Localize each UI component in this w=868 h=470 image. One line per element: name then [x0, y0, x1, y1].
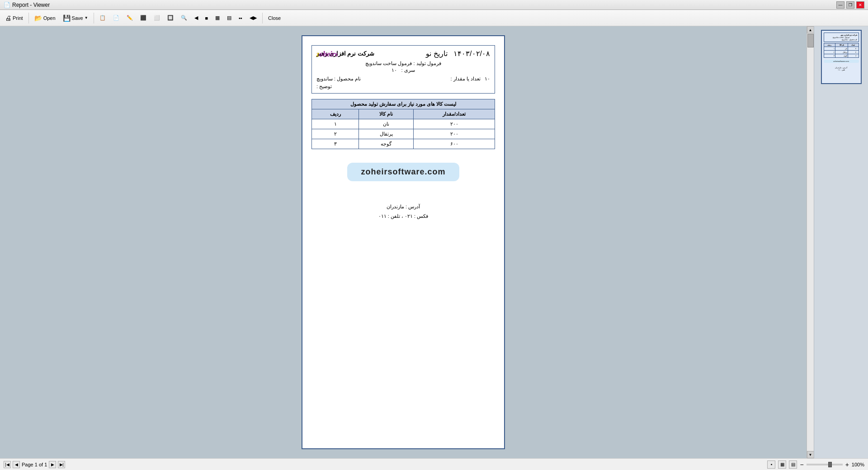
save-button[interactable]: 💾 Save ▼ — [60, 13, 91, 24]
table-cell-radif: ۱ — [312, 119, 359, 129]
thumb-website: zoheirsoftware.com — [824, 60, 859, 63]
thumb-table: تعدادنام کالاردیف ۲۰۰نان۱ ۲۰۰پرتقال۲ ۶۰۰… — [824, 43, 859, 58]
toolbar-btn-4[interactable]: ⬛ — [137, 13, 150, 23]
product-label: نام محصول : ساندویچ — [316, 76, 361, 81]
quantity-value: ۱۰ — [485, 76, 490, 81]
table-row: ۲۰۰ پرتقال ۲ — [312, 129, 495, 139]
table-title: لیست کالا های مورد نیاز برای سفارش تولید… — [350, 101, 456, 107]
print-icon: 🖨 — [5, 14, 11, 22]
toolbar-btn-7[interactable]: 🔍 — [178, 13, 190, 23]
prev-page-button[interactable]: ◀ — [13, 461, 20, 468]
company-logo: zoheirs — [316, 48, 338, 59]
main-area: zoheirs ۱۴۰۳/۰۲/۰۸ تاریخ نو شرکت نرم افز… — [0, 26, 868, 458]
scroll-track[interactable] — [807, 33, 814, 451]
thumbnail-sidebar: شرکت نرم افزاری زهیر فرمول ساخت ساندویچ … — [814, 26, 868, 458]
table-row: ۲۰۰ نان ۱ — [312, 119, 495, 129]
toolbar-btn-1[interactable]: 📋 — [96, 13, 109, 23]
toolbar-btn-10[interactable]: ▦ — [212, 13, 223, 23]
close-window-button[interactable]: ✕ — [856, 1, 864, 9]
next-page-button[interactable]: ▶ — [49, 461, 56, 468]
series-label: سری : — [401, 67, 415, 73]
print-button[interactable]: 🖨 Print — [2, 13, 26, 24]
save-dropdown-icon[interactable]: ▼ — [85, 16, 88, 20]
zoom-handle[interactable] — [828, 462, 832, 467]
toolbar-btn-8[interactable]: ◀ — [191, 13, 201, 23]
header-top-row: ۱۴۰۳/۰۲/۰۸ تاریخ نو شرکت نرم افزاری زهیر — [316, 49, 490, 58]
toolbar-btn-5[interactable]: ⬜ — [151, 13, 163, 23]
formula-title: فرمول تولید : فرمول ساخت ساندویچ — [365, 61, 441, 66]
toolbar-btn-13[interactable]: ◀▶ — [246, 13, 260, 23]
footer-address: آدرس : مازندران — [311, 204, 495, 210]
zoom-plus-button[interactable]: + — [845, 461, 849, 468]
date-label: ۱۴۰۳/۰۲/۰۸ — [453, 50, 490, 57]
table-cell-name: پرتقال — [359, 129, 414, 139]
zoom-level: 100% — [852, 462, 864, 467]
toolbar-btn-3[interactable]: ✏️ — [123, 13, 136, 23]
last-page-button[interactable]: ▶| — [58, 461, 65, 468]
info-row-1: ۱۰ تعداد یا مقدار : نام محصول : ساندویچ — [316, 76, 490, 82]
toolbar-separator-3 — [262, 13, 263, 24]
toolbar-btn-2[interactable]: 📄 — [110, 13, 123, 23]
document-area[interactable]: zoheirs ۱۴۰۳/۰۲/۰۸ تاریخ نو شرکت نرم افز… — [0, 26, 807, 458]
table-cell-name: نان — [359, 119, 414, 129]
titlebar-left: 📄 Report - Viewer — [4, 2, 50, 8]
thumbnail-page-1[interactable]: شرکت نرم افزاری زهیر فرمول ساخت ساندویچ … — [821, 30, 862, 84]
quantity-label: تعداد یا مقدار : — [451, 76, 481, 81]
close-button[interactable]: Close — [265, 14, 284, 23]
toolbar-btn-12[interactable]: ▪▪ — [236, 14, 245, 23]
statusbar: |◀ ◀ Page 1 of 1 ▶ ▶| ▪ ▦ ▤ − + 100% — [0, 458, 868, 470]
report-page: zoheirs ۱۴۰۳/۰۲/۰۸ تاریخ نو شرکت نرم افز… — [302, 35, 505, 449]
goods-section: لیست کالا های مورد نیاز برای سفارش تولید… — [311, 99, 495, 149]
toolbar-separator-1 — [28, 13, 29, 24]
minimize-button[interactable]: — — [836, 1, 844, 9]
goods-table: لیست کالا های مورد نیاز برای سفارش تولید… — [311, 99, 495, 149]
open-icon: 📂 — [34, 14, 42, 22]
series-row: سری : ۱۰ — [316, 67, 490, 73]
formula-row: فرمول تولید : فرمول ساخت ساندویچ — [316, 61, 490, 66]
website-watermark: zoheirsoftware.com — [347, 163, 459, 181]
toolbar-btn-11[interactable]: ▤ — [224, 13, 235, 23]
product-section: نام محصول : ساندویچ — [316, 76, 361, 82]
header-box: zoheirs ۱۴۰۳/۰۲/۰۸ تاریخ نو شرکت نرم افز… — [311, 45, 495, 94]
zoom-slider[interactable] — [807, 464, 843, 465]
thumb-footer: آدرس : مازندران تلفن : ۰۱۱ — [824, 66, 859, 71]
page-info: Page 1 of 1 — [22, 462, 47, 467]
single-page-view-button[interactable]: ▪ — [767, 461, 775, 469]
watermark-section: zoheirsoftware.com — [311, 163, 495, 181]
toolbar-btn-9[interactable]: ■ — [202, 14, 212, 23]
multi-page-view-button[interactable]: ▦ — [778, 461, 786, 469]
scroll-down-button[interactable]: ▼ — [807, 451, 814, 458]
thumb-header: شرکت نرم افزاری زهیر فرمول ساخت ساندویچ … — [824, 33, 859, 42]
toolbar-btn-6[interactable]: 🔲 — [164, 13, 177, 23]
toolbar: 🖨 Print 📂 Open 💾 Save ▼ 📋 📄 ✏️ ⬛ ⬜ 🔲 🔍 ◀… — [0, 10, 868, 26]
grid-view-button[interactable]: ▤ — [789, 461, 797, 469]
date-label-text: تاریخ نو — [426, 50, 447, 57]
statusbar-left: |◀ ◀ Page 1 of 1 ▶ ▶| — [4, 461, 65, 468]
save-icon: 💾 — [63, 14, 71, 22]
series-value: ۱۰ — [392, 67, 397, 73]
table-row: ۶۰۰ گوجه ۳ — [312, 139, 495, 149]
col-quantity-header: تعداد/مقدار — [414, 109, 495, 119]
footer-contact: فکس : ۰۲۱ ، تلفن : ۰۱۱ — [311, 213, 495, 219]
first-page-button[interactable]: |◀ — [4, 461, 11, 468]
quantity-section: ۱۰ تعداد یا مقدار : — [451, 76, 490, 82]
zoom-minus-button[interactable]: − — [800, 461, 803, 468]
statusbar-right: ▪ ▦ ▤ − + 100% — [767, 461, 864, 469]
toolbar-separator-2 — [94, 13, 94, 24]
scroll-up-button[interactable]: ▲ — [807, 26, 814, 33]
open-button[interactable]: 📂 Open — [31, 13, 59, 24]
scroll-thumb[interactable] — [807, 34, 814, 47]
col-radif-header: ردیف — [312, 109, 359, 119]
table-cell-quantity: ۶۰۰ — [414, 139, 495, 149]
titlebar-controls[interactable]: — ❐ ✕ — [836, 1, 864, 9]
description-label: توضیح : — [316, 84, 332, 89]
table-cell-radif: ۲ — [312, 129, 359, 139]
table-cell-name: گوجه — [359, 139, 414, 149]
footer-area: آدرس : مازندران فکس : ۰۲۱ ، تلفن : ۰۱۱ — [311, 195, 495, 219]
restore-button[interactable]: ❐ — [846, 1, 854, 9]
titlebar: 📄 Report - Viewer — ❐ ✕ — [0, 0, 868, 10]
description-row: توضیح : — [316, 84, 490, 89]
window-title: Report - Viewer — [12, 2, 50, 8]
table-cell-quantity: ۲۰۰ — [414, 129, 495, 139]
vertical-scrollbar[interactable]: ▲ ▼ — [807, 26, 814, 458]
